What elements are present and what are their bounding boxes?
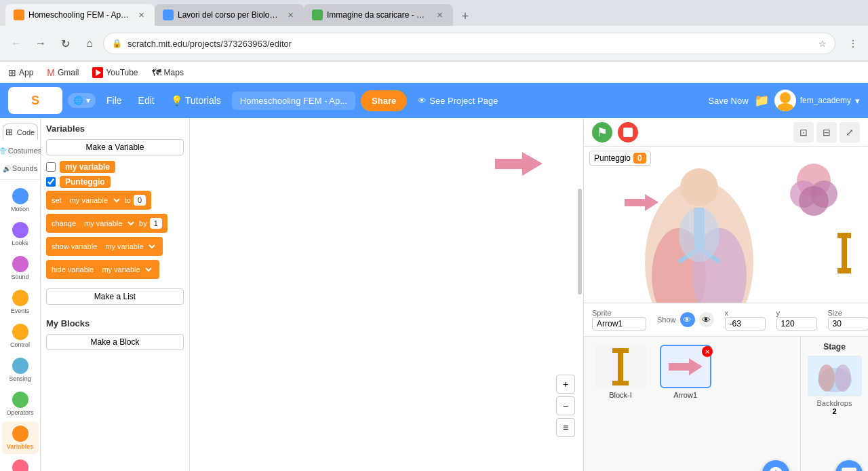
x-input[interactable]	[725, 317, 766, 331]
hide-var-select[interactable]: my variable	[96, 263, 154, 276]
sidebar-item-sound[interactable]: Sound	[2, 252, 39, 284]
home-button[interactable]: ⌂	[79, 33, 100, 54]
svg-rect-17	[842, 238, 847, 268]
tab-title-3: Immagine da scaricare - Google...	[327, 10, 430, 20]
set-block[interactable]: set my variable to 0	[46, 191, 151, 210]
sprite-name-input[interactable]	[592, 317, 646, 331]
sidebar-item-variables[interactable]: Variables	[2, 421, 39, 454]
language-button[interactable]: 🌐 ▾	[68, 93, 96, 108]
change-var-select[interactable]: my variable	[79, 217, 136, 229]
folder-button[interactable]: 📁	[754, 93, 769, 108]
sidebar-item-motion[interactable]: Motion	[2, 184, 39, 216]
show-icons: Show 👁 👁	[657, 312, 714, 327]
bookmark-app[interactable]: ⊞ App	[5, 66, 36, 79]
sidebar-item-sensing[interactable]: Sensing	[2, 354, 39, 386]
browser-chrome: Homeschooling FEM - Apparato... ✕ Lavori…	[0, 0, 868, 61]
size-label: Size	[828, 309, 868, 317]
svg-point-1	[777, 103, 793, 111]
show-visible-button[interactable]: 👁	[680, 312, 695, 327]
tab-close-1[interactable]: ✕	[136, 10, 146, 20]
sidebar-item-events[interactable]: Events	[2, 286, 39, 318]
sprite-thumb-block1	[595, 345, 646, 388]
set-to-label: to	[125, 196, 131, 204]
user-menu[interactable]: fem_academy ▾	[774, 90, 860, 111]
refresh-button[interactable]: ↻	[54, 33, 76, 54]
fullscreen-button[interactable]: ⤢	[840, 122, 860, 143]
save-now-button[interactable]: Save Now	[708, 96, 748, 106]
sidebar-item-control[interactable]: Control	[2, 320, 39, 352]
show-variable-block[interactable]: show variable my variable	[46, 237, 163, 256]
fit-view-button[interactable]: ≡	[556, 418, 575, 437]
bookmark-star-icon[interactable]: ☆	[818, 39, 827, 49]
back-button[interactable]: ←	[5, 33, 27, 54]
sidebar-item-myblocks[interactable]: My Blocks	[2, 455, 39, 471]
change-block[interactable]: change my variable by 1	[46, 214, 167, 233]
canvas-scrollbar[interactable]	[578, 189, 582, 295]
file-menu[interactable]: File	[101, 92, 127, 109]
make-list-button[interactable]: Make a List	[46, 288, 184, 305]
tutorials-icon: 💡	[171, 95, 182, 106]
control-dot	[12, 324, 28, 340]
browser-tab-2[interactable]: Lavori del corso per Biologia in ... ✕	[155, 4, 304, 26]
sprite-item-block1[interactable]: Block-I	[592, 345, 649, 400]
stage-backdrop-thumb[interactable]	[808, 356, 862, 396]
size-input[interactable]	[828, 317, 868, 331]
large-stage-button[interactable]: ⊟	[816, 122, 837, 143]
sidebar-item-operators[interactable]: Operators	[2, 388, 39, 420]
sprite-info-bar: Sprite Show 👁 👁 x y Size	[584, 303, 868, 337]
tab-favicon-2	[163, 10, 174, 20]
tab-close-2[interactable]: ✕	[285, 10, 296, 20]
punteggio-checkbox[interactable]	[46, 177, 56, 187]
edit-menu[interactable]: Edit	[133, 92, 160, 109]
tab-close-3[interactable]: ✕	[434, 10, 445, 20]
bookmark-gmail[interactable]: M Gmail	[44, 66, 81, 79]
sprite-size-field: Size	[828, 309, 868, 331]
scratch-logo[interactable]: S	[8, 87, 62, 114]
code-canvas[interactable]: + − ≡	[190, 118, 583, 471]
tab-sounds[interactable]: 🔊 Sounds	[0, 162, 40, 175]
new-tab-button[interactable]: +	[456, 7, 475, 26]
tab-code[interactable]: ⊞ Code	[3, 124, 38, 140]
bookmark-maps[interactable]: 🗺 Maps	[149, 66, 186, 79]
small-stage-button[interactable]: ⊡	[793, 122, 814, 143]
zoom-in-button[interactable]: +	[556, 375, 575, 394]
y-input[interactable]	[776, 317, 817, 331]
show-variable-block-row: show variable my variable	[46, 237, 184, 256]
sprites-list: Block-I ✕ Arrow1	[584, 337, 800, 471]
browser-actions: ⋮	[844, 34, 863, 53]
lock-icon: 🔒	[112, 39, 122, 48]
bookmarks-bar: ⊞ App M Gmail YouTube 🗺 Maps	[0, 61, 868, 83]
browser-tab-3[interactable]: Immagine da scaricare - Google... ✕	[304, 4, 453, 26]
forward-button[interactable]: →	[30, 33, 52, 54]
score-badge: Punteggio 0	[589, 151, 651, 166]
tutorials-menu[interactable]: 💡 Tutorials	[165, 92, 226, 109]
show-hidden-button[interactable]: 👁	[699, 312, 714, 327]
tab-costumes[interactable]: 👕 Costumes	[0, 144, 44, 157]
zoom-out-button[interactable]: −	[556, 396, 575, 415]
extensions-btn[interactable]: ⋮	[844, 34, 863, 53]
svg-rect-21	[612, 381, 629, 385]
set-var-select[interactable]: my variable	[64, 194, 122, 206]
see-project-page-button[interactable]: 👁 See Project Page	[412, 93, 503, 109]
sidebar-item-looks[interactable]: Looks	[2, 218, 39, 250]
make-variable-button[interactable]: Make a Variable	[46, 139, 184, 155]
stage-label: Stage	[823, 342, 846, 352]
backdrops-count: 2	[832, 407, 836, 415]
sprite-delete-button[interactable]: ✕	[702, 346, 713, 357]
scratch-content: ⊞ Code 👕 Costumes 🔊 Sounds Motion	[0, 118, 868, 471]
hide-variable-block-row: hide variable my variable	[46, 260, 184, 279]
show-var-select[interactable]: my variable	[100, 240, 157, 252]
hide-variable-block[interactable]: hide variable my variable	[46, 260, 159, 279]
sprite-item-arrow1[interactable]: ✕ Arrow1	[657, 345, 714, 400]
share-button[interactable]: Share	[361, 90, 407, 111]
stop-button[interactable]	[618, 122, 638, 143]
maps-icon: 🗺	[152, 67, 161, 78]
myvar-checkbox[interactable]	[46, 162, 56, 172]
address-bar[interactable]: 🔒 scratch.mit.edu/projects/373263963/edi…	[103, 33, 835, 54]
browser-tab-1[interactable]: Homeschooling FEM - Apparato... ✕	[5, 4, 155, 26]
svg-marker-2	[495, 152, 542, 176]
project-name-field[interactable]: Homeschooling FEM - Ap...	[232, 92, 355, 110]
green-flag-button[interactable]: ⚑	[592, 122, 612, 143]
make-block-button[interactable]: Make a Block	[46, 334, 184, 350]
bookmark-youtube[interactable]: YouTube	[90, 66, 140, 79]
